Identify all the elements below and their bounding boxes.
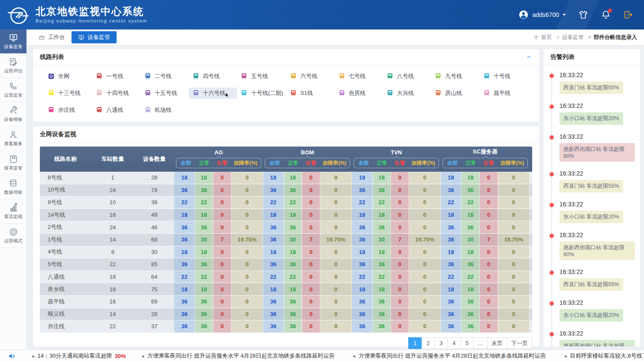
sidebar-item[interactable]: 版本监管: [0, 151, 26, 175]
metro-line-icon: [96, 73, 103, 80]
line-item[interactable]: 全网: [44, 71, 92, 82]
cell-alarm: 0: [213, 184, 231, 196]
tab[interactable]: 设备监管: [72, 31, 117, 43]
cell-all: 18: [174, 209, 195, 221]
cell-all: 18: [352, 209, 373, 221]
alert-dot-icon: [550, 271, 554, 275]
page-button[interactable]: 3: [434, 337, 448, 349]
breadcrumb-item[interactable]: 设备监管: [553, 34, 583, 41]
line-item[interactable]: 九号线: [431, 71, 479, 82]
subheader-normal: 正常: [195, 160, 213, 167]
page-button[interactable]: 5: [460, 337, 474, 349]
tab[interactable]: 工作台: [32, 31, 72, 43]
breadcrumb-item[interactable]: 部件台帐信息录入: [585, 34, 637, 41]
subheader-fault-rate: 故障率(%): [409, 160, 438, 167]
sidebar-item[interactable]: 数据传输: [0, 175, 26, 199]
page-button[interactable]: …: [473, 337, 488, 349]
sidebar-item[interactable]: 运营评估: [0, 54, 26, 78]
line-item[interactable]: 七号线: [335, 71, 383, 82]
line-item[interactable]: 亦庄线: [44, 104, 92, 116]
sidebar-item-label: 设备监管: [4, 44, 23, 50]
cell-all: 36: [174, 258, 195, 271]
avatar-icon: [518, 10, 529, 20]
line-item[interactable]: 八号线: [383, 71, 431, 82]
cell-all: 18: [441, 246, 462, 258]
cell-normal: 18: [284, 209, 302, 221]
metro-line-icon: [48, 73, 55, 80]
line-item[interactable]: 昌平线: [480, 88, 528, 99]
alert-message-badge: 东小口站 客流超限20%: [559, 309, 623, 322]
cell-fault-rate: 19.75%: [231, 234, 263, 246]
table-row: 昌平线 16 69 36 36 0 0: [40, 296, 532, 308]
alert-item[interactable]: 16:33:22 东小口站 客流超限20%: [550, 201, 635, 223]
breadcrumb-item[interactable]: 首页: [541, 34, 552, 41]
sidebar-item[interactable]: 客流监视: [0, 199, 26, 224]
cell-line-name: 亦庄线: [40, 320, 91, 333]
cell-normal: 36: [284, 221, 302, 233]
alert-item[interactable]: 16:33:22 惠新西街南口站 客流超限80%: [550, 330, 635, 346]
sidebar-item[interactable]: 乘客服务: [0, 127, 26, 151]
cell-normal: 36: [195, 184, 213, 196]
sidebar-item[interactable]: 设备监管: [0, 29, 26, 54]
alert-item[interactable]: 16:33:22 西直门站 客流超限55%: [550, 72, 635, 94]
logout-icon[interactable]: [623, 10, 634, 20]
sidebar-item[interactable]: 运营模式: [0, 224, 26, 248]
alert-item[interactable]: 16:33:22 东小口站 客流超限20%: [550, 299, 635, 322]
line-item[interactable]: 十五号线: [141, 88, 189, 99]
line-item[interactable]: 机场线: [141, 104, 189, 116]
line-item[interactable]: 一号线: [92, 71, 140, 82]
page-button[interactable]: 下一页: [507, 337, 532, 349]
line-grid: 全网 一号线 二号线: [33, 65, 539, 122]
cell-all: 36: [352, 234, 373, 246]
page-button[interactable]: 2: [421, 337, 435, 349]
subheader-all: 全部: [354, 160, 373, 167]
line-item[interactable]: 燕房线: [335, 88, 383, 99]
cell-all: 18: [441, 172, 462, 184]
cell-fault-rate: 0: [320, 246, 352, 258]
line-item[interactable]: 房山线: [431, 88, 479, 99]
cell-line-name: 顺义线: [40, 308, 91, 320]
cell-all: 36: [263, 234, 284, 246]
line-item[interactable]: 五号线: [237, 71, 286, 82]
notification-bell[interactable]: [601, 10, 611, 20]
cell-fault-rate: 0: [231, 296, 263, 308]
table-row: 良乡线 16 75 18 18 0 0: [40, 283, 532, 296]
line-item[interactable]: 八通线: [92, 104, 140, 116]
cell-fault-rate: 0: [409, 296, 441, 308]
cell-fault-rate: 0: [498, 221, 530, 233]
page-button[interactable]: 4: [447, 337, 461, 349]
line-item[interactable]: 十四号线: [92, 88, 140, 99]
line-item[interactable]: S1线: [286, 88, 335, 99]
line-item[interactable]: 四号线: [189, 71, 237, 82]
line-item[interactable]: 十六号线: [189, 88, 237, 99]
cell-normal: 30: [284, 234, 302, 246]
theme-skin-icon[interactable]: [578, 10, 589, 20]
line-item-label: 四号线: [203, 72, 220, 80]
alert-item[interactable]: 16:33:22 东小口站 客流超限20%: [550, 102, 635, 125]
alert-item[interactable]: 16:33:22 惠新西街南口站 客流超限80%: [550, 133, 635, 162]
sidebar-item-icon: [9, 154, 18, 164]
cell-fault-rate: 0: [320, 320, 352, 333]
sidebar-item[interactable]: 设备维修: [0, 102, 26, 127]
chevron-down-icon: [563, 14, 566, 17]
breadcrumb: 首页 设备监管 部件台帐信息录入: [533, 34, 637, 41]
user-menu[interactable]: adds6700: [518, 10, 566, 20]
alert-item[interactable]: 16:33:22 西直门站 客流超限55%: [550, 268, 635, 291]
cell-all: 22: [352, 271, 373, 283]
collapse-chevron-up-icon[interactable]: [525, 54, 532, 61]
alert-item[interactable]: 16:33:22 西直门站 客流超限55%: [550, 170, 635, 192]
line-item[interactable]: 十号线: [480, 71, 528, 82]
cell-normal: 36: [195, 296, 213, 308]
page-button[interactable]: 末页: [487, 337, 507, 349]
line-item-label: 五号线: [251, 72, 268, 80]
sidebar-item[interactable]: 运营监管: [0, 78, 26, 102]
line-item[interactable]: 大兴线: [383, 88, 431, 99]
line-item[interactable]: 十号线(二期): [237, 88, 286, 99]
line-item[interactable]: 六号线: [286, 71, 335, 82]
alert-item[interactable]: 16:33:22 惠新西街南口站 客流超限80%: [550, 232, 635, 260]
page-button[interactable]: 1: [408, 337, 422, 349]
alert-message-badge: 惠新西街南口站 客流超限80%: [559, 340, 635, 346]
line-item[interactable]: 二号线: [141, 71, 189, 82]
line-item[interactable]: 十三号线: [44, 88, 92, 99]
cell-fault-rate: 0: [498, 172, 530, 184]
